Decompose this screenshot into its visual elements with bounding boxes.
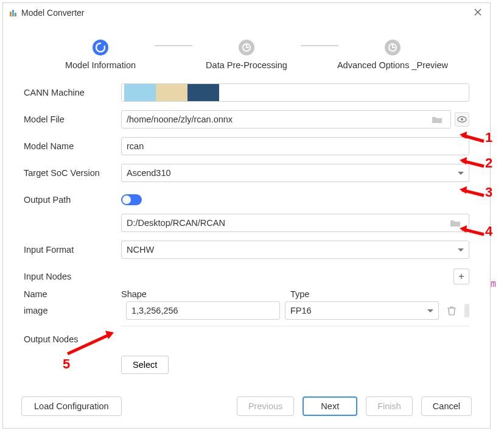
row-model-file: Model File /home/noone/zly/rcan.onnx — [24, 110, 469, 128]
swatch-tan — [156, 84, 187, 101]
titlebar: Model Converter — [3, 3, 490, 23]
row-model-name: Model Name rcan — [24, 137, 469, 155]
chevron-down-icon — [458, 248, 464, 252]
input-node-row: image 1,3,256,256 FP16 — [24, 301, 469, 320]
close-button[interactable] — [472, 5, 484, 21]
header-shape: Shape — [121, 289, 290, 299]
finish-button[interactable]: Finish — [366, 396, 413, 416]
step-label: Data Pre-Processing — [206, 60, 287, 70]
cancel-button[interactable]: Cancel — [421, 396, 472, 416]
step-data-preprocessing[interactable]: Data Pre-Processing — [195, 40, 298, 70]
svg-rect-1 — [12, 10, 14, 16]
load-configuration-button[interactable]: Load Configuration — [21, 396, 122, 416]
output-path-input[interactable]: D:/Desktop/RCAN/RCAN — [121, 214, 469, 232]
node-name: image — [24, 306, 121, 315]
svg-point-6 — [461, 118, 463, 121]
label-input-format: Input Format — [24, 245, 121, 255]
step-label: Advanced Options _Preview — [337, 60, 448, 70]
step-connector — [301, 45, 338, 46]
model-converter-window: Model Converter Model Information Data P… — [2, 2, 491, 429]
previous-button[interactable]: Previous — [237, 396, 294, 416]
input-nodes-header: Name Shape Type — [24, 289, 469, 299]
model-file-input[interactable]: /home/noone/zly/rcan.onnx — [121, 110, 451, 128]
swatch-navy — [187, 84, 219, 101]
header-name: Name — [24, 289, 121, 299]
window-title: Model Converter — [21, 8, 85, 18]
row-output-path-value: D:/Desktop/RCAN/RCAN — [24, 214, 469, 232]
plus-icon: + — [458, 271, 464, 282]
step-indicator-inactive — [385, 40, 401, 55]
target-soc-select[interactable]: Ascend310 — [121, 164, 469, 182]
footer: Load Configuration Previous Next Finish … — [3, 387, 490, 428]
model-name-value: rcan — [127, 141, 144, 151]
label-input-nodes: Input Nodes — [24, 272, 121, 281]
step-model-information[interactable]: Model Information — [49, 40, 152, 70]
divider — [121, 326, 469, 326]
row-input-nodes: Input Nodes + — [24, 267, 469, 286]
model-file-value: /home/noone/zly/rcan.onnx — [127, 114, 233, 124]
row-output-nodes: Output Nodes — [24, 330, 469, 348]
delete-node-button[interactable] — [444, 303, 460, 319]
svg-rect-0 — [10, 12, 12, 16]
chevron-down-icon — [427, 309, 433, 312]
label-target-soc: Target SoC Version — [24, 168, 121, 178]
output-path-toggle[interactable] — [121, 194, 142, 205]
input-format-value: NCHW — [127, 245, 154, 255]
label-cann-machine: CANN Machine — [24, 88, 121, 97]
preview-button[interactable] — [455, 112, 469, 127]
folder-icon[interactable] — [429, 111, 446, 128]
cann-swatches — [124, 84, 219, 101]
app-icon — [9, 9, 18, 17]
row-input-format: Input Format NCHW — [24, 241, 469, 259]
label-output-path: Output Path — [24, 195, 121, 205]
model-name-input[interactable]: rcan — [121, 137, 469, 155]
add-node-button[interactable]: + — [453, 269, 469, 284]
input-format-select[interactable]: NCHW — [121, 241, 469, 259]
row-cann-machine: CANN Machine — [24, 83, 469, 102]
row-target-soc: Target SoC Version Ascend310 — [24, 164, 469, 182]
step-connector — [155, 45, 192, 46]
node-type-select[interactable]: FP16 — [285, 301, 439, 320]
stepper: Model Information Data Pre-Processing Ad… — [3, 23, 490, 79]
row-output-path-toggle: Output Path — [24, 191, 469, 209]
node-shape-input[interactable]: 1,3,256,256 — [126, 301, 280, 320]
form-area: CANN Machine Model File /home/noone/zly/… — [3, 79, 490, 374]
step-advanced-options[interactable]: Advanced Options _Preview — [341, 40, 444, 70]
step-indicator-active — [93, 40, 108, 55]
select-output-nodes-button[interactable]: Select — [121, 356, 169, 374]
step-label: Model Information — [65, 60, 136, 70]
svg-rect-2 — [15, 13, 16, 16]
next-button[interactable]: Next — [303, 396, 357, 416]
node-type-value: FP16 — [290, 306, 312, 315]
row-select: Select — [24, 356, 469, 374]
swatch-lightblue — [124, 84, 156, 101]
drag-handle[interactable] — [464, 304, 469, 317]
target-soc-value: Ascend310 — [127, 168, 171, 178]
cann-machine-field[interactable] — [121, 83, 469, 102]
step-indicator-inactive — [239, 40, 254, 55]
label-model-file: Model File — [24, 114, 121, 124]
stray-m-char: m — [491, 278, 496, 289]
label-model-name: Model Name — [24, 141, 121, 151]
node-shape-value: 1,3,256,256 — [131, 306, 178, 315]
folder-icon[interactable] — [447, 214, 464, 231]
titlebar-left: Model Converter — [9, 8, 85, 18]
chevron-down-icon — [458, 172, 464, 175]
output-path-value: D:/Desktop/RCAN/RCAN — [127, 218, 225, 228]
header-type: Type — [290, 289, 469, 299]
label-output-nodes: Output Nodes — [24, 334, 121, 344]
